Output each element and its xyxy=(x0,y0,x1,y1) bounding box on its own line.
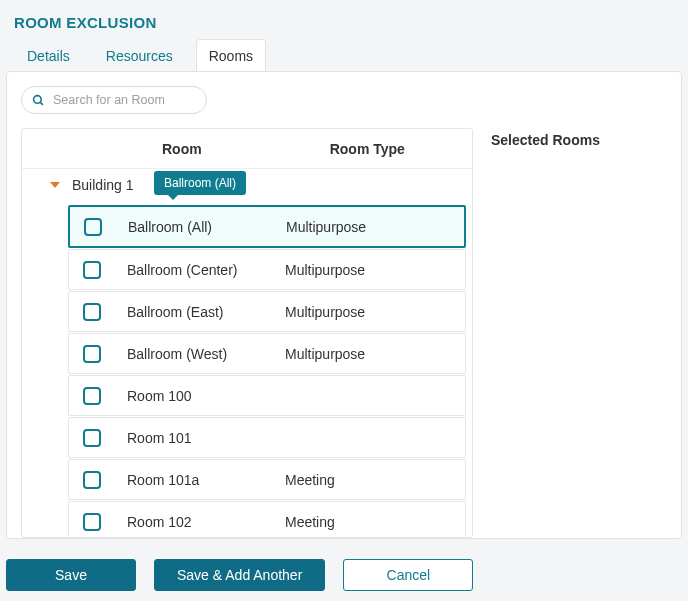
header-room-type: Room Type xyxy=(202,141,405,157)
table-row[interactable]: Ballroom (East)Multipurpose xyxy=(68,291,466,332)
room-name: Ballroom (West) xyxy=(127,346,285,362)
table-row[interactable]: Room 101aMeeting xyxy=(68,459,466,500)
room-type: Meeting xyxy=(285,472,335,488)
table-row[interactable]: Ballroom (All)Multipurpose xyxy=(68,205,466,248)
checkbox[interactable] xyxy=(83,387,101,405)
checkbox[interactable] xyxy=(83,513,101,531)
room-type: Multipurpose xyxy=(285,262,365,278)
room-name: Room 101 xyxy=(127,430,285,446)
selected-rooms-label: Selected Rooms xyxy=(491,132,600,148)
search-input[interactable] xyxy=(51,92,196,108)
tooltip: Ballroom (All) xyxy=(154,171,246,195)
checkbox[interactable] xyxy=(84,218,102,236)
tab-bar: Details Resources Rooms xyxy=(0,39,688,72)
checkbox[interactable] xyxy=(83,429,101,447)
table-row[interactable]: Room 102Meeting xyxy=(68,501,466,537)
header-room: Room xyxy=(22,141,202,157)
table-row[interactable]: Room 101 xyxy=(68,417,466,458)
checkbox[interactable] xyxy=(83,261,101,279)
room-name: Room 100 xyxy=(127,388,285,404)
room-type: Meeting xyxy=(285,514,335,530)
room-type: Multipurpose xyxy=(286,219,366,235)
table-row[interactable]: Ballroom (Center)Multipurpose xyxy=(68,249,466,290)
cancel-button[interactable]: Cancel xyxy=(343,559,473,591)
svg-line-1 xyxy=(40,102,43,105)
group-label: Building 1 xyxy=(72,177,134,193)
search-box[interactable] xyxy=(21,86,207,114)
table-row[interactable]: Ballroom (West)Multipurpose xyxy=(68,333,466,374)
room-name: Ballroom (Center) xyxy=(127,262,285,278)
table-row[interactable]: Room 100 xyxy=(68,375,466,416)
tab-resources[interactable]: Resources xyxy=(93,39,186,72)
save-add-button[interactable]: Save & Add Another xyxy=(154,559,325,591)
checkbox[interactable] xyxy=(83,303,101,321)
footer-buttons: Save Save & Add Another Cancel xyxy=(6,559,682,591)
room-name: Ballroom (All) xyxy=(128,219,286,235)
room-type: Multipurpose xyxy=(285,304,365,320)
chevron-down-icon xyxy=(50,182,60,188)
room-list-panel: Room Room Type Building 1 Ballroom (All)… xyxy=(21,128,473,538)
checkbox[interactable] xyxy=(83,471,101,489)
room-name: Ballroom (East) xyxy=(127,304,285,320)
page-title: ROOM EXCLUSION xyxy=(0,0,688,39)
room-name: Room 102 xyxy=(127,514,285,530)
selected-rooms-panel: Selected Rooms xyxy=(491,128,667,538)
room-list[interactable]: Ballroom (All)MultipurposeBallroom (Cent… xyxy=(22,201,472,537)
checkbox[interactable] xyxy=(83,345,101,363)
column-headers: Room Room Type xyxy=(22,129,472,169)
content-panel: Room Room Type Building 1 Ballroom (All)… xyxy=(6,71,682,539)
group-row-building[interactable]: Building 1 Ballroom (All) xyxy=(22,169,472,201)
room-type: Multipurpose xyxy=(285,346,365,362)
tab-details[interactable]: Details xyxy=(14,39,83,72)
svg-point-0 xyxy=(34,95,42,103)
search-icon xyxy=(32,94,45,107)
tab-rooms[interactable]: Rooms xyxy=(196,39,266,72)
save-button[interactable]: Save xyxy=(6,559,136,591)
room-name: Room 101a xyxy=(127,472,285,488)
